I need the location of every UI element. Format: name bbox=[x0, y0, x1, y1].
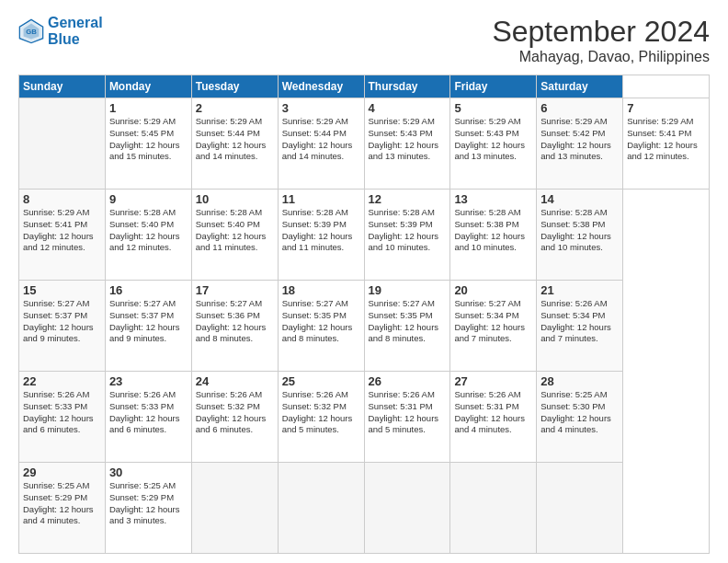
day-info: Sunrise: 5:25 AM Sunset: 5:29 PM Dayligh… bbox=[23, 480, 101, 527]
day-cell: 16Sunrise: 5:27 AM Sunset: 5:37 PM Dayli… bbox=[105, 281, 191, 372]
day-number: 10 bbox=[196, 192, 274, 206]
day-number: 9 bbox=[109, 192, 188, 206]
day-cell: 2Sunrise: 5:29 AM Sunset: 5:44 PM Daylig… bbox=[191, 98, 278, 190]
day-info: Sunrise: 5:27 AM Sunset: 5:36 PM Dayligh… bbox=[196, 298, 274, 345]
day-cell bbox=[191, 463, 278, 554]
day-number: 19 bbox=[369, 283, 447, 297]
day-number: 4 bbox=[369, 101, 447, 115]
day-info: Sunrise: 5:26 AM Sunset: 5:31 PM Dayligh… bbox=[454, 389, 532, 436]
day-cell: 15Sunrise: 5:27 AM Sunset: 5:37 PM Dayli… bbox=[19, 281, 106, 372]
week-row-3: 22Sunrise: 5:26 AM Sunset: 5:33 PM Dayli… bbox=[19, 372, 710, 463]
day-info: Sunrise: 5:29 AM Sunset: 5:41 PM Dayligh… bbox=[627, 116, 705, 163]
day-info: Sunrise: 5:26 AM Sunset: 5:32 PM Dayligh… bbox=[282, 389, 360, 436]
day-cell: 26Sunrise: 5:26 AM Sunset: 5:31 PM Dayli… bbox=[364, 372, 450, 463]
day-number: 2 bbox=[196, 101, 274, 115]
logo-blue: Blue bbox=[48, 31, 80, 47]
day-info: Sunrise: 5:26 AM Sunset: 5:32 PM Dayligh… bbox=[196, 389, 274, 436]
header-cell-saturday: Saturday bbox=[537, 75, 623, 98]
day-number: 30 bbox=[109, 465, 188, 479]
day-number: 26 bbox=[369, 374, 447, 388]
day-number: 1 bbox=[109, 101, 188, 115]
day-cell: 3Sunrise: 5:29 AM Sunset: 5:44 PM Daylig… bbox=[278, 98, 364, 190]
day-cell: 18Sunrise: 5:27 AM Sunset: 5:35 PM Dayli… bbox=[278, 281, 364, 372]
day-cell: 19Sunrise: 5:27 AM Sunset: 5:35 PM Dayli… bbox=[364, 281, 450, 372]
day-cell: 4Sunrise: 5:29 AM Sunset: 5:43 PM Daylig… bbox=[364, 98, 450, 190]
day-info: Sunrise: 5:29 AM Sunset: 5:43 PM Dayligh… bbox=[369, 116, 447, 163]
day-number: 16 bbox=[109, 283, 188, 297]
day-number: 6 bbox=[540, 101, 619, 115]
day-number: 13 bbox=[454, 192, 532, 206]
day-info: Sunrise: 5:28 AM Sunset: 5:40 PM Dayligh… bbox=[109, 207, 188, 254]
day-cell: 17Sunrise: 5:27 AM Sunset: 5:36 PM Dayli… bbox=[191, 281, 278, 372]
day-cell: 10Sunrise: 5:28 AM Sunset: 5:40 PM Dayli… bbox=[191, 190, 278, 281]
week-row-2: 15Sunrise: 5:27 AM Sunset: 5:37 PM Dayli… bbox=[19, 281, 710, 372]
day-cell: 22Sunrise: 5:26 AM Sunset: 5:33 PM Dayli… bbox=[19, 372, 106, 463]
day-number: 28 bbox=[540, 374, 619, 388]
day-number: 17 bbox=[196, 283, 274, 297]
day-cell: 29Sunrise: 5:25 AM Sunset: 5:29 PM Dayli… bbox=[19, 463, 106, 554]
day-number: 5 bbox=[454, 101, 532, 115]
calendar-title: September 2024 bbox=[492, 15, 710, 49]
day-cell bbox=[19, 98, 106, 190]
day-cell: 27Sunrise: 5:26 AM Sunset: 5:31 PM Dayli… bbox=[450, 372, 537, 463]
day-number: 14 bbox=[540, 192, 619, 206]
header-cell-wednesday: Wednesday bbox=[278, 75, 364, 98]
day-info: Sunrise: 5:26 AM Sunset: 5:34 PM Dayligh… bbox=[540, 298, 619, 345]
day-cell: 20Sunrise: 5:27 AM Sunset: 5:34 PM Dayli… bbox=[450, 281, 537, 372]
day-info: Sunrise: 5:29 AM Sunset: 5:44 PM Dayligh… bbox=[282, 116, 360, 163]
day-info: Sunrise: 5:29 AM Sunset: 5:45 PM Dayligh… bbox=[109, 116, 188, 163]
logo-icon: GB bbox=[18, 18, 44, 44]
day-info: Sunrise: 5:27 AM Sunset: 5:34 PM Dayligh… bbox=[454, 298, 532, 345]
logo: GB General Blue bbox=[18, 15, 103, 47]
header-cell-sunday: Sunday bbox=[19, 75, 106, 98]
header-cell-tuesday: Tuesday bbox=[191, 75, 278, 98]
day-info: Sunrise: 5:29 AM Sunset: 5:43 PM Dayligh… bbox=[454, 116, 532, 163]
day-number: 29 bbox=[23, 465, 101, 479]
day-info: Sunrise: 5:25 AM Sunset: 5:29 PM Dayligh… bbox=[109, 480, 188, 527]
logo-text: General Blue bbox=[48, 15, 103, 47]
day-cell: 14Sunrise: 5:28 AM Sunset: 5:38 PM Dayli… bbox=[537, 190, 623, 281]
day-info: Sunrise: 5:27 AM Sunset: 5:35 PM Dayligh… bbox=[282, 298, 360, 345]
title-block: September 2024 Mahayag, Davao, Philippin… bbox=[492, 15, 710, 65]
calendar-header: SundayMondayTuesdayWednesdayThursdayFrid… bbox=[19, 75, 710, 98]
day-number: 11 bbox=[282, 192, 360, 206]
day-cell bbox=[278, 463, 364, 554]
day-info: Sunrise: 5:29 AM Sunset: 5:42 PM Dayligh… bbox=[540, 116, 619, 163]
calendar-subtitle: Mahayag, Davao, Philippines bbox=[492, 49, 710, 65]
day-cell: 13Sunrise: 5:28 AM Sunset: 5:38 PM Dayli… bbox=[450, 190, 537, 281]
day-info: Sunrise: 5:26 AM Sunset: 5:33 PM Dayligh… bbox=[23, 389, 101, 436]
day-info: Sunrise: 5:26 AM Sunset: 5:31 PM Dayligh… bbox=[369, 389, 447, 436]
day-info: Sunrise: 5:27 AM Sunset: 5:35 PM Dayligh… bbox=[369, 298, 447, 345]
day-cell: 9Sunrise: 5:28 AM Sunset: 5:40 PM Daylig… bbox=[105, 190, 191, 281]
day-cell: 6Sunrise: 5:29 AM Sunset: 5:42 PM Daylig… bbox=[537, 98, 623, 190]
logo-general: General bbox=[48, 15, 103, 30]
day-number: 12 bbox=[369, 192, 447, 206]
week-row-4: 29Sunrise: 5:25 AM Sunset: 5:29 PM Dayli… bbox=[19, 463, 710, 554]
day-cell: 23Sunrise: 5:26 AM Sunset: 5:33 PM Dayli… bbox=[105, 372, 191, 463]
day-number: 15 bbox=[23, 283, 101, 297]
header-row: SundayMondayTuesdayWednesdayThursdayFrid… bbox=[19, 75, 710, 98]
week-row-1: 8Sunrise: 5:29 AM Sunset: 5:41 PM Daylig… bbox=[19, 190, 710, 281]
calendar-body: 1Sunrise: 5:29 AM Sunset: 5:45 PM Daylig… bbox=[19, 98, 710, 554]
day-info: Sunrise: 5:29 AM Sunset: 5:44 PM Dayligh… bbox=[196, 116, 274, 163]
day-cell: 25Sunrise: 5:26 AM Sunset: 5:32 PM Dayli… bbox=[278, 372, 364, 463]
day-cell: 1Sunrise: 5:29 AM Sunset: 5:45 PM Daylig… bbox=[105, 98, 191, 190]
day-cell bbox=[537, 463, 623, 554]
calendar-table: SundayMondayTuesdayWednesdayThursdayFrid… bbox=[18, 75, 710, 554]
svg-text:GB: GB bbox=[26, 27, 37, 35]
day-cell: 7Sunrise: 5:29 AM Sunset: 5:41 PM Daylig… bbox=[623, 98, 710, 190]
day-info: Sunrise: 5:27 AM Sunset: 5:37 PM Dayligh… bbox=[109, 298, 188, 345]
week-row-0: 1Sunrise: 5:29 AM Sunset: 5:45 PM Daylig… bbox=[19, 98, 710, 190]
day-number: 7 bbox=[627, 101, 705, 115]
day-cell: 8Sunrise: 5:29 AM Sunset: 5:41 PM Daylig… bbox=[19, 190, 106, 281]
day-number: 27 bbox=[454, 374, 532, 388]
day-number: 22 bbox=[23, 374, 101, 388]
day-number: 23 bbox=[109, 374, 188, 388]
day-cell: 28Sunrise: 5:25 AM Sunset: 5:30 PM Dayli… bbox=[537, 372, 623, 463]
day-cell: 21Sunrise: 5:26 AM Sunset: 5:34 PM Dayli… bbox=[537, 281, 623, 372]
header: GB General Blue September 2024 Mahayag, … bbox=[18, 15, 710, 65]
day-number: 21 bbox=[540, 283, 619, 297]
day-info: Sunrise: 5:28 AM Sunset: 5:38 PM Dayligh… bbox=[454, 207, 532, 254]
day-number: 3 bbox=[282, 101, 360, 115]
day-number: 20 bbox=[454, 283, 532, 297]
